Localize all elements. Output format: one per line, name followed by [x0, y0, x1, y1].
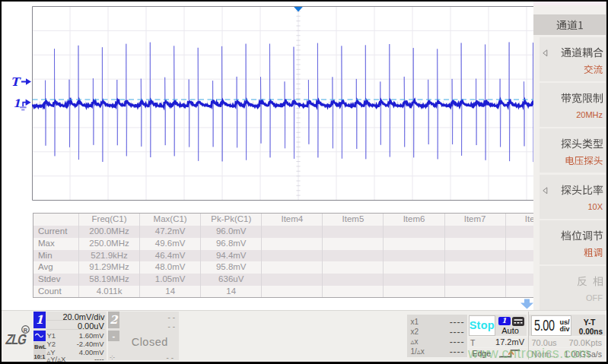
table-cell — [322, 250, 383, 262]
table-cell — [383, 286, 444, 298]
table-cell — [261, 261, 322, 274]
menu-item-6[interactable]: OFF — [540, 266, 606, 310]
zlg-logo: ZLG R — [2, 318, 33, 347]
table-cell — [444, 250, 505, 262]
table-cell: 14 — [200, 286, 261, 298]
run-state-text: Stop — [470, 319, 495, 331]
ch1-cursor-value: -2.40mV — [77, 340, 104, 348]
table-cell: 521.9kHz — [78, 250, 139, 262]
trigger-source-badge: 1 — [498, 317, 511, 325]
table-cell — [383, 250, 444, 262]
table-cell: 58.19MHz — [78, 274, 139, 286]
table-cell: 4.011k — [78, 286, 139, 298]
menu-title-text — [556, 20, 584, 30]
table-row-label: Max — [33, 238, 78, 250]
table-cell — [322, 238, 383, 250]
svg-text:R: R — [24, 327, 28, 334]
display-mode: Y-T — [573, 318, 606, 327]
channel2-badge: 2 — [108, 312, 120, 328]
menu-item-label — [561, 185, 603, 195]
table-cell — [383, 261, 444, 274]
table-row-label: Count — [33, 286, 78, 298]
table-cell — [444, 226, 505, 238]
table-cell — [505, 274, 534, 286]
cursor-readout-box: x1 ---- x2 ---- ▵x ---- 1/▵x ---- — [407, 315, 467, 357]
channel2-ratio: -:- — [110, 353, 115, 361]
table-row: Max250.0MHz49.6mV96.8mV — [33, 238, 534, 250]
menu-item-label — [561, 93, 603, 103]
cursor-label: x2 — [411, 328, 419, 336]
menu-item-value: 20MHz — [576, 110, 603, 119]
table-cell: 636uV — [200, 274, 261, 286]
menu-item-5[interactable] — [540, 220, 606, 264]
channel1-status-box[interactable]: 1 BwL 10:1 20.0mV/div 0.00uV Y11.60mVY2-… — [33, 312, 107, 361]
menu-item-4[interactable]: 10X — [540, 175, 606, 219]
channel1-flags-column: BwL 10:1 — [33, 342, 46, 361]
table-header-cell: Item5 — [322, 214, 383, 226]
table-cell — [261, 274, 322, 286]
table-cell — [505, 250, 534, 262]
menu-item-label — [561, 138, 603, 149]
channel1-offset: 0.00uV — [78, 321, 104, 331]
waveform-display — [32, 6, 534, 201]
table-cell — [322, 261, 383, 274]
table-cell: 46.4mV — [139, 250, 200, 262]
table-cell: 96.8mV — [200, 238, 261, 250]
table-cell — [261, 238, 322, 250]
trigger-panel-icon — [512, 317, 524, 326]
cursor-label: ▵x — [411, 337, 419, 346]
table-cell: 91.29MHz — [78, 261, 139, 274]
trigger-delay: 0.00ns — [545, 328, 603, 336]
ch1-cursor-label: Y1 — [47, 332, 56, 340]
menu-item-2[interactable]: 20MHz — [540, 83, 606, 127]
bandwidth-limit-flag: BwL — [34, 343, 46, 350]
table-cell: 250.0MHz — [78, 238, 139, 250]
border-top — [0, 0, 608, 2]
trigger-mode[interactable]: Auto — [495, 326, 526, 335]
table-cell — [444, 238, 505, 250]
table-header-cell: Item6 — [383, 214, 444, 226]
table-cell: 96.0mV — [200, 226, 261, 238]
menu-item-1[interactable] — [540, 37, 606, 81]
channel2-extra: - - — [167, 353, 173, 362]
probe-ratio-flag: 10:1 — [34, 353, 46, 360]
menu-item-3[interactable] — [540, 128, 606, 173]
table-row-label: Current — [33, 226, 78, 238]
border-bottom — [0, 362, 608, 364]
channel1-ground-arrow-icon — [19, 99, 32, 112]
measurement-table: Freq(C1)Max(C1)Pk-Pk(C1)Item4Item5Item6I… — [33, 213, 534, 298]
trigger-level-marker[interactable]: T — [11, 75, 32, 89]
table-header-cell: Item8 — [505, 214, 534, 226]
channel2-coupling-placeholder: - — [108, 331, 120, 342]
table-cell — [261, 286, 322, 298]
table-cell — [444, 274, 505, 286]
table-row-label: Stdev — [33, 274, 78, 286]
submenu-arrow-icon — [543, 49, 548, 57]
channel2-status-box[interactable]: 2 - - - - - Closed -:- - - — [108, 312, 180, 361]
table-row: Avg91.29MHz48.0mV95.8mV — [33, 261, 534, 274]
menu-item-value — [584, 248, 603, 258]
menu-item-label — [577, 276, 603, 286]
table-cell — [505, 261, 534, 274]
run-state-indicator[interactable]: Stop — [469, 315, 495, 336]
cursor-value: ---- — [450, 327, 465, 337]
channel1-position-marker[interactable]: 1 — [13, 97, 33, 111]
table-cell: 94.4mV — [200, 250, 261, 262]
table-row: Current200.0MHz47.2mV96.0mV — [33, 226, 534, 238]
table-cell: 48.0mV — [139, 261, 200, 274]
table-cell: 1.05mV — [139, 274, 200, 286]
menu-item-value — [565, 156, 603, 166]
table-cell: 47.2mV — [139, 226, 200, 238]
table-cell — [444, 286, 505, 298]
table-scroll-down-icon[interactable] — [520, 299, 534, 309]
table-row: Count4.011k1414 — [33, 286, 534, 298]
cursor-value: ---- — [450, 337, 465, 347]
table-header-cell: Pk-Pk(C1) — [200, 214, 261, 226]
table-cell — [261, 226, 322, 238]
table-row: Min521.9kHz46.4mV94.4mV — [33, 250, 534, 262]
table-cell — [322, 274, 383, 286]
border-left — [0, 0, 2, 364]
channel2-status: Closed — [121, 336, 180, 348]
table-cell: 200.0MHz — [78, 226, 139, 238]
cursor-value: ---- — [450, 317, 465, 328]
